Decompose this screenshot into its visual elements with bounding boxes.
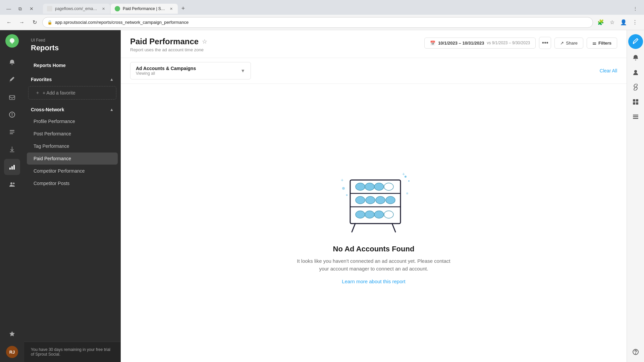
new-tab-button[interactable]: +: [178, 4, 188, 13]
add-icon: ＋: [35, 90, 40, 96]
icon-sidebar: RJ: [0, 30, 24, 362]
svg-point-42: [635, 353, 636, 354]
svg-rect-38: [633, 115, 638, 116]
svg-rect-36: [633, 102, 635, 105]
more-options-button[interactable]: •••: [539, 37, 551, 49]
more-dots-icon: •••: [542, 40, 548, 47]
nav-compose[interactable]: [4, 72, 20, 88]
svg-point-20: [376, 196, 385, 204]
nav-favorites[interactable]: [4, 326, 20, 342]
svg-point-24: [374, 211, 384, 218]
tab-close-2[interactable]: ✕: [168, 6, 174, 11]
svg-rect-4: [9, 168, 11, 170]
abacus-illustration: + +: [333, 162, 414, 235]
page-subtitle: Report uses the ad account time zone: [130, 47, 419, 52]
svg-point-19: [366, 196, 375, 204]
svg-rect-39: [633, 116, 638, 117]
page-title-row: Paid Performance ☆: [130, 37, 419, 46]
nav-inbox[interactable]: [4, 89, 20, 105]
favorites-section-header[interactable]: Favorites ▲: [24, 73, 120, 85]
close-button[interactable]: ✕: [27, 4, 36, 13]
nav-item-post-performance[interactable]: Post Performance: [27, 128, 118, 140]
breadcrumb-link[interactable]: UI Feed: [31, 38, 45, 43]
forward-button[interactable]: →: [17, 17, 27, 27]
share-button[interactable]: ↗ Share: [554, 38, 583, 49]
minimize-button[interactable]: —: [4, 4, 13, 13]
right-link-button[interactable]: [630, 81, 642, 93]
clear-all-button[interactable]: Clear All: [600, 68, 617, 73]
svg-rect-3: [10, 133, 13, 134]
right-grid-button[interactable]: [630, 96, 642, 108]
user-avatar[interactable]: RJ: [6, 346, 18, 358]
back-button[interactable]: ←: [4, 17, 14, 27]
nav-item-profile-performance[interactable]: Profile Performance: [27, 115, 118, 127]
share-label: Share: [566, 41, 578, 46]
right-help-button[interactable]: [630, 346, 642, 358]
right-profile-button[interactable]: [630, 66, 642, 78]
right-table-button[interactable]: [630, 111, 642, 123]
ad-accounts-dropdown[interactable]: Ad Accounts & Campaigns Viewing all ▼: [130, 62, 251, 79]
nav-reports[interactable]: [4, 159, 20, 175]
nav-item-competitor-performance[interactable]: Competitor Performance: [27, 165, 118, 177]
svg-rect-1: [10, 130, 14, 131]
trial-banner: You have 30 days remaining in your free …: [24, 342, 120, 362]
nav-item-tag-performance[interactable]: Tag Performance: [27, 140, 118, 152]
tab-favicon-1: [47, 6, 52, 11]
nav-item-competitor-posts[interactable]: Competitor Posts: [27, 177, 118, 189]
tab-close-1[interactable]: ✕: [101, 6, 106, 11]
reload-button[interactable]: ↻: [30, 17, 40, 27]
browser-menu-button[interactable]: ⋮: [631, 4, 640, 13]
empty-state: + + No Ad Accounts Found It looks like y…: [121, 84, 627, 362]
left-nav-title: Reports: [31, 44, 114, 52]
nav-item-paid-performance[interactable]: Paid Performance: [27, 153, 118, 165]
more-tools-button[interactable]: ⋮: [630, 17, 640, 27]
svg-point-17: [384, 183, 393, 190]
right-notifications-button[interactable]: [630, 52, 642, 64]
browser-tab-1[interactable]: pageflows.com/_emails/_/7fb5... ✕: [43, 4, 110, 14]
favorites-label: Favorites: [31, 77, 52, 82]
svg-point-14: [356, 183, 365, 190]
left-nav-header: UI Feed Reports: [24, 30, 120, 56]
bookmark-button[interactable]: ☆: [607, 17, 617, 27]
main-content: Paid Performance ☆ Report uses the ad ac…: [121, 30, 627, 362]
nav-notifications[interactable]: [4, 54, 20, 70]
share-icon: ↗: [560, 41, 564, 46]
svg-point-8: [13, 183, 15, 184]
svg-text:+: +: [402, 171, 405, 177]
svg-rect-0: [9, 96, 15, 100]
nav-alerts[interactable]: [4, 107, 20, 123]
right-panel: [627, 30, 644, 362]
date-range-main: 10/1/2023 – 10/31/2023: [438, 41, 484, 46]
browser-titlebar: — ⧉ ✕ pageflows.com/_emails/_/7fb5... ✕ …: [0, 0, 644, 15]
cross-network-section-header[interactable]: Cross-Network ▲: [24, 104, 120, 115]
restore-button[interactable]: ⧉: [15, 4, 25, 13]
header-actions: 📅 10/1/2023 – 10/31/2023 vs 9/1/2023 – 9…: [424, 37, 617, 49]
main-header: Paid Performance ☆ Report uses the ad ac…: [121, 30, 627, 58]
lock-icon: 🔒: [47, 20, 52, 25]
date-range-button[interactable]: 📅 10/1/2023 – 10/31/2023 vs 9/1/2023 – 9…: [424, 38, 536, 49]
nav-tasks[interactable]: [4, 124, 20, 140]
svg-point-27: [408, 180, 410, 182]
nav-scrollable[interactable]: Favorites Reports Home Favorites ▲ ＋ + A…: [24, 56, 120, 342]
address-bar[interactable]: 🔒 app.sproutsocial.com/reports/cross_net…: [42, 17, 593, 28]
address-text: app.sproutsocial.com/reports/cross_netwo…: [55, 20, 588, 25]
favorite-star-button[interactable]: ☆: [202, 38, 207, 45]
ad-accounts-title: Ad Accounts & Campaigns: [136, 66, 237, 71]
learn-more-link[interactable]: Learn more about this report: [342, 279, 405, 284]
sprout-logo[interactable]: [5, 34, 19, 48]
filters-button[interactable]: ⚌ Filters: [587, 38, 617, 49]
empty-state-description: It looks like you haven't connected an a…: [297, 257, 451, 273]
cross-network-label: Cross-Network: [31, 107, 64, 112]
svg-point-32: [406, 192, 408, 194]
browser-tab-2[interactable]: Paid Performance | Sprout Social ✕: [111, 4, 178, 14]
compose-fab-button[interactable]: [628, 34, 643, 49]
tab-title-2: Paid Performance | Sprout Social: [123, 6, 166, 11]
nav-item-reports-home[interactable]: Favorites Reports Home: [27, 59, 118, 71]
extensions-button[interactable]: 🧩: [596, 17, 606, 27]
browser-controls: — ⧉ ✕: [4, 4, 36, 13]
profile-button[interactable]: 👤: [619, 17, 629, 27]
main-header-left: Paid Performance ☆ Report uses the ad ac…: [130, 37, 419, 52]
nav-publish[interactable]: [4, 141, 20, 158]
nav-people[interactable]: [4, 176, 20, 192]
add-favorite-button[interactable]: ＋ + Add a favorite: [28, 86, 116, 100]
